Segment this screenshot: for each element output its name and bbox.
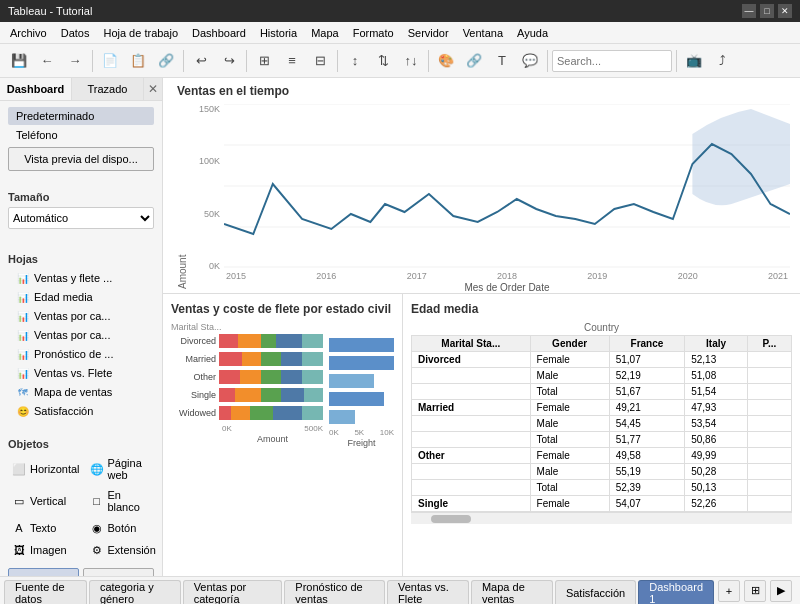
present-btn[interactable]: ▶ bbox=[770, 580, 792, 602]
obj-pagina[interactable]: 🌐 Página web bbox=[86, 454, 160, 484]
sheet-label-6: Ventas vs. Flete bbox=[34, 367, 112, 379]
tab-dashboard1[interactable]: Dashboard 1 bbox=[638, 580, 714, 604]
tab-fuente-datos[interactable]: Fuente de datos bbox=[4, 580, 87, 604]
toolbar-text[interactable]: T bbox=[489, 48, 515, 74]
amount-axis: 0K 500K bbox=[171, 424, 323, 433]
cell-dm-gender: Male bbox=[530, 368, 609, 384]
toolbar-sort1[interactable]: ↕ bbox=[342, 48, 368, 74]
toolbar-sort2[interactable]: ⇅ bbox=[370, 48, 396, 74]
cell-ot-italy: 50,13 bbox=[685, 480, 748, 496]
amount-axis-label: Amount bbox=[171, 434, 323, 444]
main-layout: Dashboard Trazado ✕ Predeterminado Teléf… bbox=[0, 78, 800, 576]
toolbar-present[interactable]: 📺 bbox=[681, 48, 707, 74]
menu-hoja[interactable]: Hoja de trabajo bbox=[97, 25, 184, 41]
obj-horizontal[interactable]: ⬜ Horizontal bbox=[8, 454, 84, 484]
menu-mapa[interactable]: Mapa bbox=[305, 25, 345, 41]
cell-mm-marital bbox=[412, 416, 531, 432]
toolbar-view1[interactable]: ⊞ bbox=[251, 48, 277, 74]
sheet-label-7: Mapa de ventas bbox=[34, 386, 112, 398]
toolbar-redo[interactable]: ↪ bbox=[216, 48, 242, 74]
menu-dashboard[interactable]: Dashboard bbox=[186, 25, 252, 41]
menu-datos[interactable]: Datos bbox=[55, 25, 96, 41]
cell-of-p bbox=[747, 448, 791, 464]
view-btn[interactable]: ⊞ bbox=[744, 580, 766, 602]
preview-btn[interactable]: Vista previa del dispo... bbox=[8, 147, 154, 171]
tab-mapa-ventas[interactable]: Mapa de ventas bbox=[471, 580, 553, 604]
sheet-label-4: Ventas por ca... bbox=[34, 329, 110, 341]
col-gender: Gender bbox=[530, 336, 609, 352]
toolbar-link[interactable]: 🔗 bbox=[461, 48, 487, 74]
toolbar-save[interactable]: 💾 bbox=[6, 48, 32, 74]
tab-dashboard[interactable]: Dashboard bbox=[0, 78, 72, 100]
bar-divorced bbox=[219, 334, 323, 348]
tab-ventas-flete[interactable]: Ventas vs. Flete bbox=[387, 580, 469, 604]
sheet-mapa[interactable]: 🗺 Mapa de ventas bbox=[8, 383, 154, 401]
sheet-list: 📊 Ventas y flete ... 📊 Edad media 📊 Vent… bbox=[8, 269, 154, 420]
toolbar-back[interactable]: ← bbox=[34, 48, 60, 74]
obj-texto[interactable]: A Texto bbox=[8, 518, 84, 538]
toolbar-anno[interactable]: 💬 bbox=[517, 48, 543, 74]
sheet-ventas-ca1[interactable]: 📊 Ventas por ca... bbox=[8, 307, 154, 325]
obj-vertical[interactable]: ▭ Vertical bbox=[8, 486, 84, 516]
toolbar-view3[interactable]: ⊟ bbox=[307, 48, 333, 74]
tab-ventas-categoria[interactable]: Ventas por categoría bbox=[183, 580, 283, 604]
close-btn[interactable]: ✕ bbox=[778, 4, 792, 18]
search-input[interactable] bbox=[552, 50, 672, 72]
minimize-btn[interactable]: — bbox=[742, 4, 756, 18]
toolbar-undo[interactable]: ↩ bbox=[188, 48, 214, 74]
maximize-btn[interactable]: □ bbox=[760, 4, 774, 18]
menu-servidor[interactable]: Servidor bbox=[402, 25, 455, 41]
label-widowed: Widowed bbox=[171, 408, 219, 418]
obj-imagen[interactable]: 🖼 Imagen bbox=[8, 540, 84, 560]
mosaico-btn[interactable]: Mosaico bbox=[8, 568, 79, 576]
table-wrapper[interactable]: Marital Sta... Gender France Italy P... … bbox=[411, 335, 792, 512]
label-divorced: Divorced bbox=[171, 336, 219, 346]
row-divorced-total: Total 51,67 51,54 bbox=[412, 384, 792, 400]
toolbar-btn2[interactable]: 📋 bbox=[125, 48, 151, 74]
cell-dm-p bbox=[747, 368, 791, 384]
menu-ayuda[interactable]: Ayuda bbox=[511, 25, 554, 41]
cell-dm-italy: 51,08 bbox=[685, 368, 748, 384]
toolbar-sort3[interactable]: ↑↓ bbox=[398, 48, 424, 74]
toolbar-view2[interactable]: ≡ bbox=[279, 48, 305, 74]
obj-blanco[interactable]: □ En blanco bbox=[86, 486, 160, 516]
toolbar-btn1[interactable]: 📄 bbox=[97, 48, 123, 74]
sheet-ventas-ca2[interactable]: 📊 Ventas por ca... bbox=[8, 326, 154, 344]
preset-telefono[interactable]: Teléfono bbox=[8, 127, 154, 145]
imagen-icon: 🖼 bbox=[12, 543, 26, 557]
toolbar-forward[interactable]: → bbox=[62, 48, 88, 74]
toolbar-color[interactable]: 🎨 bbox=[433, 48, 459, 74]
sheet-ventas-flete[interactable]: 📊 Ventas y flete ... bbox=[8, 269, 154, 287]
tab-satisfaccion[interactable]: Satisfacción bbox=[555, 580, 636, 604]
sidebar-close-btn[interactable]: ✕ bbox=[144, 78, 162, 100]
col-italy: Italy bbox=[685, 336, 748, 352]
tab-trazado[interactable]: Trazado bbox=[72, 78, 144, 100]
sheet-label-2: Edad media bbox=[34, 291, 93, 303]
cell-dm-marital bbox=[412, 368, 531, 384]
obj-extension[interactable]: ⚙ Extensión bbox=[86, 540, 160, 560]
marital-header: Marital Sta... bbox=[171, 322, 323, 332]
menu-archivo[interactable]: Archivo bbox=[4, 25, 53, 41]
size-dropdown[interactable]: Automático bbox=[8, 207, 154, 229]
sheet-edad-media[interactable]: 📊 Edad media bbox=[8, 288, 154, 306]
toolbar-btn3[interactable]: 🔗 bbox=[153, 48, 179, 74]
menu-formato[interactable]: Formato bbox=[347, 25, 400, 41]
col-france: France bbox=[609, 336, 685, 352]
cell-df-gender: Female bbox=[530, 352, 609, 368]
scroll-thumb[interactable] bbox=[431, 515, 471, 523]
flotante-btn[interactable]: Flotante bbox=[83, 568, 154, 576]
toolbar-share[interactable]: ⤴ bbox=[709, 48, 735, 74]
sheet-pronostico[interactable]: 📊 Pronóstico de ... bbox=[8, 345, 154, 363]
preset-predeterminado[interactable]: Predeterminado bbox=[8, 107, 154, 125]
sheet-satisfaccion[interactable]: 😊 Satisfacción bbox=[8, 402, 154, 420]
menu-historia[interactable]: Historia bbox=[254, 25, 303, 41]
tab-pronostico-ventas[interactable]: Pronóstico de ventas bbox=[284, 580, 385, 604]
table-scrollbar[interactable] bbox=[411, 512, 792, 524]
sheet-label-1: Ventas y flete ... bbox=[34, 272, 112, 284]
tab-categoria-genero[interactable]: categoria y género bbox=[89, 580, 181, 604]
menu-ventana[interactable]: Ventana bbox=[457, 25, 509, 41]
obj-boton[interactable]: ◉ Botón bbox=[86, 518, 160, 538]
sheet-ventas-flete2[interactable]: 📊 Ventas vs. Flete bbox=[8, 364, 154, 382]
new-sheet-btn[interactable]: + bbox=[718, 580, 740, 602]
cell-mt-france: 51,77 bbox=[609, 432, 685, 448]
